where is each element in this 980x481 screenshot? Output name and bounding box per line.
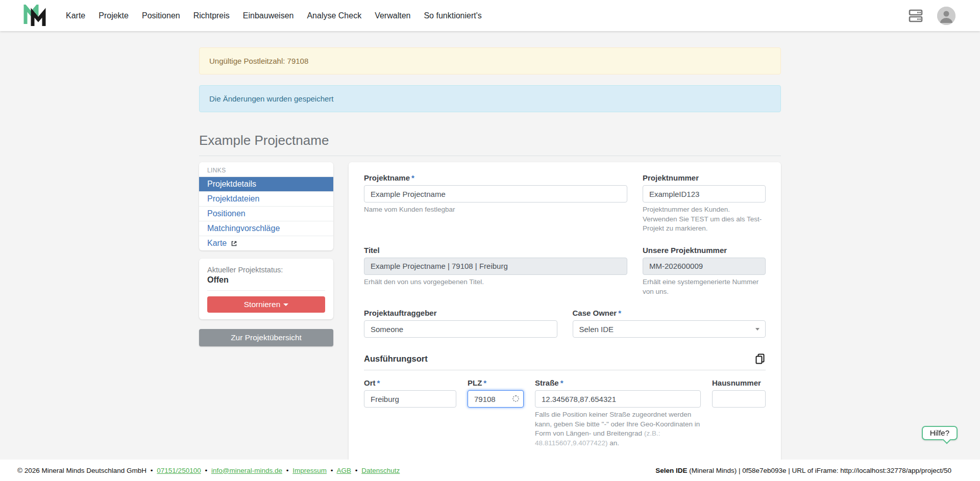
sidebar-item-projektdetails[interactable]: Projektdetails bbox=[199, 176, 333, 191]
unsere-projektnummer-label: Unsere Projektnummer bbox=[643, 246, 766, 255]
footer-right: Selen IDE (Mineral Minds) | 0f58e7eb093e… bbox=[655, 467, 951, 474]
status-label: Aktueller Projektstatus: bbox=[207, 266, 325, 274]
nav-item-karte[interactable]: Karte bbox=[61, 7, 90, 24]
required-asterisk: * bbox=[560, 378, 564, 387]
hausnummer-field-group: Hausnummer bbox=[712, 378, 766, 408]
sidebar-item-karte[interactable]: Karte bbox=[199, 236, 333, 250]
section-divider bbox=[364, 370, 766, 370]
footer-separator: • bbox=[151, 467, 153, 474]
plz-label: PLZ* bbox=[468, 378, 524, 387]
hausnummer-label: Hausnummer bbox=[712, 378, 766, 387]
warning-alert: Ungültige Postleitzahl: 79108 bbox=[199, 47, 781, 74]
nav-item-einbauweisen[interactable]: Einbauweisen bbox=[238, 7, 299, 24]
footer-session-info: (Mineral Minds) | 0f58e7eb093e | URL of … bbox=[687, 467, 951, 474]
footer-user-name: Selen IDE bbox=[655, 467, 687, 474]
main-menu: Karte Projekte Positionen Richtpreis Ein… bbox=[61, 7, 486, 24]
server-icon[interactable] bbox=[908, 8, 924, 24]
user-avatar[interactable] bbox=[937, 7, 955, 25]
projektname-input[interactable] bbox=[364, 185, 627, 202]
sidebar-item-matchingvorschlaege[interactable]: Matchingvorschläge bbox=[199, 221, 333, 236]
sidebar-item-label: Karte bbox=[207, 239, 227, 248]
mineral-minds-logo-icon[interactable] bbox=[22, 4, 48, 28]
external-link-icon bbox=[230, 240, 238, 247]
titel-input bbox=[364, 258, 627, 275]
project-status-card: Aktueller Projektstatus: Offen Storniere… bbox=[199, 259, 333, 319]
footer-separator: • bbox=[331, 467, 333, 474]
page-title: Example Projectname bbox=[199, 133, 781, 156]
select-caret-icon bbox=[755, 328, 760, 331]
unsere-projektnummer-helper: Erhält eine systemgenerierte Nummer von … bbox=[643, 277, 766, 296]
nav-item-verwalten[interactable]: Verwalten bbox=[370, 7, 415, 24]
sidebar-item-label: Projektdetails bbox=[207, 180, 256, 189]
projektauftraggeber-input[interactable] bbox=[364, 320, 557, 338]
footer-link-datenschutz[interactable]: Datenschutz bbox=[361, 467, 400, 474]
projektnummer-field-group: Projektnummer Projektnummer des Kunden. … bbox=[643, 173, 766, 234]
case-owner-field-group: Case Owner* Selen IDE bbox=[573, 309, 766, 338]
info-alert: Die Änderungen wurden gespeichert bbox=[199, 85, 781, 112]
ausfuehrungsort-heading: Ausführungsort bbox=[364, 354, 428, 364]
titel-label: Titel bbox=[364, 246, 627, 255]
required-asterisk: * bbox=[411, 173, 414, 182]
projektnummer-label: Projektnummer bbox=[643, 173, 766, 182]
caret-down-icon bbox=[283, 303, 288, 306]
projektauftraggeber-field-group: Projektauftraggeber bbox=[364, 309, 557, 338]
zur-projektuebersicht-button[interactable]: Zur Projektübersicht bbox=[199, 329, 333, 346]
sidebar-item-projektdateien[interactable]: Projektdateien bbox=[199, 191, 333, 206]
hausnummer-input[interactable] bbox=[712, 390, 766, 408]
footer-link-agb[interactable]: AGB bbox=[337, 467, 352, 474]
top-navbar: Karte Projekte Positionen Richtpreis Ein… bbox=[0, 0, 980, 31]
sidebar-item-label: Positionen bbox=[207, 209, 246, 218]
projektauftraggeber-label: Projektauftraggeber bbox=[364, 309, 557, 317]
nav-item-analyse-check[interactable]: Analyse Check bbox=[302, 7, 366, 24]
status-divider bbox=[207, 290, 325, 291]
unsere-projektnummer-input bbox=[643, 258, 766, 275]
sidebar-item-label: Projektdateien bbox=[207, 194, 259, 204]
projektnummer-input[interactable] bbox=[643, 185, 766, 202]
titel-helper: Erhält den von uns vorgegebenen Titel. bbox=[364, 277, 627, 287]
case-owner-select[interactable]: Selen IDE bbox=[573, 320, 766, 338]
footer-copyright: © 2026 Mineral Minds Deutschland GmbH bbox=[17, 467, 146, 474]
case-owner-label: Case Owner* bbox=[573, 309, 766, 317]
projektname-helper: Name vom Kunden festlegbar bbox=[364, 205, 627, 215]
footer-link-email[interactable]: info@mineral-minds.de bbox=[211, 467, 282, 474]
footer-link-phone[interactable]: 07151/250100 bbox=[157, 467, 201, 474]
sidebar-item-positionen[interactable]: Positionen bbox=[199, 206, 333, 221]
nav-item-so-funktionierts[interactable]: So funktioniert's bbox=[419, 7, 486, 24]
case-owner-selected-value: Selen IDE bbox=[579, 325, 614, 334]
copy-icon[interactable] bbox=[754, 353, 766, 365]
footer-separator: • bbox=[286, 467, 289, 474]
nav-item-positionen[interactable]: Positionen bbox=[137, 7, 185, 24]
ort-input[interactable] bbox=[364, 390, 456, 408]
hilfe-button[interactable]: Hilfe? bbox=[922, 426, 958, 440]
unsere-projektnummer-field-group: Unsere Projektnummer Erhält eine systemg… bbox=[643, 246, 766, 296]
required-asterisk: * bbox=[483, 378, 486, 387]
strasse-helper: Falls die Position keiner Straße zugeord… bbox=[535, 410, 701, 448]
strasse-input[interactable] bbox=[535, 390, 701, 408]
links-card-header: LINKS bbox=[199, 162, 333, 176]
ort-field-group: Ort* bbox=[364, 378, 456, 408]
sidebar-item-label: Matchingvorschläge bbox=[207, 224, 280, 233]
status-value: Offen bbox=[207, 275, 325, 285]
strasse-label: Straße* bbox=[535, 378, 701, 387]
links-card: LINKS Projektdetails Projektdateien Posi… bbox=[199, 162, 333, 250]
projektnummer-helper: Projektnummer des Kunden. Verwenden Sie … bbox=[643, 205, 766, 234]
footer-separator: • bbox=[205, 467, 207, 474]
nav-item-projekte[interactable]: Projekte bbox=[94, 7, 133, 24]
required-asterisk: * bbox=[377, 378, 380, 387]
footer-left: © 2026 Mineral Minds Deutschland GmbH • … bbox=[17, 467, 400, 474]
required-asterisk: * bbox=[618, 309, 621, 317]
nav-item-richtpreis[interactable]: Richtpreis bbox=[189, 7, 234, 24]
projektname-label: Projektname* bbox=[364, 173, 627, 182]
stornieren-button[interactable]: Stornieren bbox=[207, 296, 325, 313]
footer-separator: • bbox=[355, 467, 358, 474]
footer: © 2026 Mineral Minds Deutschland GmbH • … bbox=[0, 460, 980, 481]
projektname-field-group: Projektname* Name vom Kunden festlegbar bbox=[364, 173, 627, 234]
plz-field-group: PLZ* bbox=[468, 378, 524, 408]
titel-field-group: Titel Erhält den von uns vorgegebenen Ti… bbox=[364, 246, 627, 296]
project-details-form-card: Projektname* Name vom Kunden festlegbar … bbox=[349, 162, 781, 481]
footer-link-impressum[interactable]: Impressum bbox=[292, 467, 327, 474]
stornieren-button-label: Stornieren bbox=[244, 300, 281, 309]
ort-label: Ort* bbox=[364, 378, 456, 387]
strasse-field-group: Straße* bbox=[535, 378, 701, 408]
